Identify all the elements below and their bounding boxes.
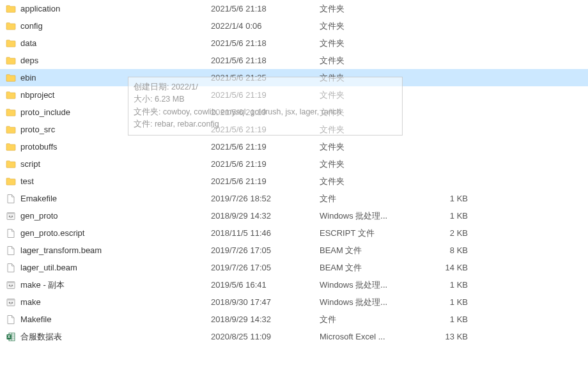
file-size: 1 KB — [422, 297, 473, 307]
file-row[interactable]: protobuffs2021/5/6 21:19文件夹 — [0, 138, 588, 155]
file-name: protobuffs — [18, 142, 211, 152]
file-name: Emakefile — [18, 194, 211, 203]
file-size: 13 KB — [422, 332, 473, 341]
file-row[interactable]: lager_util.beam2019/7/26 17:05BEAM 文件14 … — [0, 259, 588, 276]
folder-icon — [4, 125, 18, 135]
file-name: nbproject — [18, 90, 211, 100]
file-type: BEAM 文件 — [320, 245, 422, 256]
file-type: 文件夹 — [320, 107, 422, 118]
file-name: application — [18, 4, 211, 13]
file-type: BEAM 文件 — [320, 262, 422, 274]
folder-icon — [4, 159, 18, 169]
file-row[interactable]: Emakefile2019/7/26 18:52文件1 KB — [0, 190, 588, 207]
folder-icon — [4, 90, 18, 100]
file-name: deps — [18, 56, 211, 65]
file-name: ebin — [18, 73, 211, 82]
file-date: 2019/7/26 18:52 — [211, 194, 320, 203]
file-name: 合服数据表 — [18, 331, 211, 343]
file-row[interactable]: test2021/5/6 21:19文件夹 — [0, 173, 588, 190]
file-name: proto_include — [18, 107, 211, 117]
file-date: 2021/5/6 21:19 — [211, 142, 320, 152]
file-date: 2021/5/6 21:18 — [211, 56, 320, 65]
file-row[interactable]: application2021/5/6 21:18文件夹 — [0, 0, 588, 17]
svg-rect-1 — [7, 212, 15, 214]
file-row[interactable]: script2021/5/6 21:19文件夹 — [0, 155, 588, 173]
file-date: 2018/9/29 14:32 — [211, 211, 320, 221]
file-type: 文件夹 — [320, 55, 422, 66]
file-date: 2021/5/6 21:19 — [211, 107, 320, 117]
file-name: data — [18, 38, 211, 48]
folder-icon — [4, 107, 18, 118]
folder-icon — [4, 4, 18, 14]
file-date: 2019/5/6 16:41 — [211, 280, 320, 290]
folder-icon — [4, 21, 18, 31]
file-list: application2021/5/6 21:18文件夹config2022/1… — [0, 0, 588, 345]
file-type: 文件 — [320, 193, 422, 205]
file-name: make — [18, 297, 211, 307]
file-row[interactable]: gen_proto.escript2018/11/5 11:46ESCRIPT … — [0, 224, 588, 242]
file-name: gen_proto.escript — [18, 228, 211, 238]
file-name: script — [18, 159, 211, 169]
file-row[interactable]: data2021/5/6 21:18文件夹 — [0, 35, 588, 52]
file-type: 文件夹 — [320, 3, 422, 15]
file-size: 1 KB — [422, 315, 473, 324]
file-row[interactable]: config2022/1/4 0:06文件夹 — [0, 17, 588, 35]
file-row[interactable]: deps2021/5/6 21:18文件夹 — [0, 52, 588, 69]
file-type: Microsoft Excel ... — [320, 332, 422, 341]
file-type: 文件夹 — [320, 141, 422, 153]
folder-icon — [4, 176, 18, 187]
file-row[interactable]: ebin2021/5/6 21:25文件夹 — [0, 69, 588, 86]
file-size: 1 KB — [422, 211, 473, 221]
file-icon — [4, 245, 18, 256]
excel-icon: X — [4, 332, 18, 342]
file-date: 2019/7/26 17:05 — [211, 245, 320, 255]
file-row[interactable]: proto_include2021/5/6 21:19文件夹 — [0, 104, 588, 121]
file-name: lager_util.beam — [18, 263, 211, 272]
file-name: test — [18, 176, 211, 186]
file-name: Makefile — [18, 315, 211, 324]
file-date: 2021/5/6 21:25 — [211, 73, 320, 82]
file-icon — [4, 315, 18, 325]
file-row[interactable]: X合服数据表2020/8/25 11:09Microsoft Excel ...… — [0, 328, 588, 345]
file-row[interactable]: make - 副本2019/5/6 16:41Windows 批处理...1 K… — [0, 276, 588, 293]
file-date: 2021/5/6 21:19 — [211, 176, 320, 186]
file-name: config — [18, 21, 211, 31]
file-type: 文件夹 — [320, 89, 422, 101]
file-row[interactable]: lager_transform.beam2019/7/26 17:05BEAM … — [0, 242, 588, 259]
file-size: 1 KB — [422, 194, 473, 203]
batch-icon — [4, 280, 18, 290]
file-type: Windows 批处理... — [320, 279, 422, 291]
file-type: 文件夹 — [320, 159, 422, 170]
folder-icon — [4, 38, 18, 49]
batch-icon — [4, 211, 18, 221]
file-type: 文件夹 — [320, 176, 422, 187]
file-date: 2021/5/6 21:18 — [211, 4, 320, 13]
file-name: proto_src — [18, 125, 211, 134]
file-date: 2018/9/30 17:47 — [211, 297, 320, 307]
file-name: make - 副本 — [18, 279, 211, 291]
file-type: 文件夹 — [320, 38, 422, 49]
file-icon — [4, 263, 18, 273]
file-date: 2021/5/6 21:18 — [211, 38, 320, 48]
file-size: 14 KB — [422, 263, 473, 272]
folder-icon — [4, 73, 18, 83]
file-icon — [4, 194, 18, 204]
file-date: 2021/5/6 21:19 — [211, 159, 320, 169]
file-date: 2018/9/29 14:32 — [211, 315, 320, 324]
file-name: lager_transform.beam — [18, 245, 211, 255]
file-type: ESCRIPT 文件 — [320, 228, 422, 239]
file-type: 文件 — [320, 314, 422, 325]
file-row[interactable]: nbproject2021/5/6 21:19文件夹 — [0, 86, 588, 104]
file-row[interactable]: make2018/9/30 17:47Windows 批处理...1 KB — [0, 293, 588, 311]
folder-icon — [4, 56, 18, 66]
file-size: 8 KB — [422, 245, 473, 255]
file-date: 2020/8/25 11:09 — [211, 332, 320, 341]
file-date: 2019/7/26 17:05 — [211, 263, 320, 272]
file-row[interactable]: gen_proto2018/9/29 14:32Windows 批处理...1 … — [0, 207, 588, 224]
file-row[interactable]: Makefile2018/9/29 14:32文件1 KB — [0, 311, 588, 328]
file-row[interactable]: proto_src2021/5/6 21:19文件夹 — [0, 121, 588, 138]
file-size: 1 KB — [422, 280, 473, 290]
folder-icon — [4, 142, 18, 152]
svg-rect-9 — [7, 299, 15, 300]
file-date: 2021/5/6 21:19 — [211, 90, 320, 100]
